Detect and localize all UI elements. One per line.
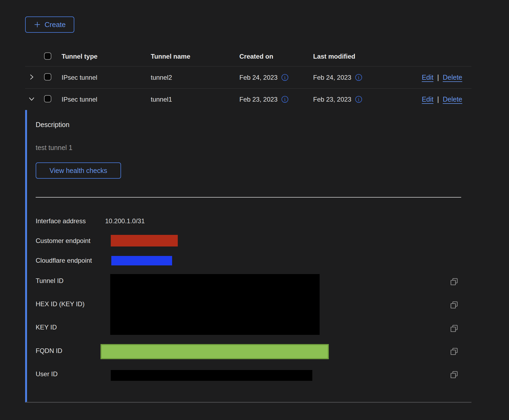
fqdn-id-redaction (101, 344, 329, 359)
header-last-modified: Last modified (313, 53, 416, 60)
tunnels-table: Tunnel type Tunnel name Created on Last … (25, 47, 471, 403)
panel-bottom-divider (26, 402, 471, 403)
last-modified-cell: Feb 23, 2023 (313, 96, 351, 103)
svg-text:i: i (284, 97, 286, 102)
info-icon[interactable]: i (281, 74, 289, 81)
row-checkbox[interactable] (44, 95, 51, 102)
svg-text:i: i (358, 75, 360, 80)
select-all-checkbox[interactable] (44, 52, 51, 60)
action-separator: | (437, 95, 439, 103)
fqdn-id-label: FQDN ID (36, 347, 62, 355)
tunnel-type-cell: IPsec tunnel (62, 74, 151, 81)
edit-link[interactable]: Edit (422, 74, 433, 81)
copy-hex-id-icon[interactable] (450, 301, 458, 309)
key-id-label: KEY ID (36, 324, 57, 331)
copy-fqdn-id-icon[interactable] (450, 347, 458, 355)
tunnel-details-panel: Description test tunnel 1 View health ch… (25, 110, 471, 403)
customer-endpoint-redaction (111, 235, 178, 246)
table-row: IPsec tunnel tunnel2 Feb 24, 2023 i Feb … (25, 66, 471, 89)
header-created-on: Created on (239, 53, 313, 60)
copy-tunnel-id-icon[interactable] (450, 278, 458, 286)
info-icon[interactable]: i (355, 96, 362, 103)
svg-text:i: i (358, 97, 360, 102)
create-button-label: Create (45, 21, 66, 29)
user-id-redaction (111, 370, 312, 381)
info-icon[interactable]: i (281, 96, 289, 103)
tunnel-name-cell: tunnel1 (151, 96, 239, 103)
customer-endpoint-label: Customer endpoint (36, 237, 91, 245)
ids-redaction (110, 274, 320, 335)
expanded-row-accent-bar (25, 110, 27, 402)
section-divider (36, 197, 461, 198)
action-separator: | (437, 74, 439, 81)
tunnels-page: Create Tunnel type Tunnel name Created o… (25, 0, 471, 403)
create-button[interactable]: Create (25, 16, 74, 33)
user-id-label: User ID (36, 370, 58, 378)
description-label: Description (36, 121, 69, 129)
edit-link[interactable]: Edit (422, 95, 433, 103)
hex-id-label: HEX ID (KEY ID) (36, 300, 85, 308)
delete-link[interactable]: Delete (443, 95, 462, 103)
tunnel-type-cell: IPsec tunnel (62, 96, 151, 103)
copy-key-id-icon[interactable] (450, 324, 458, 332)
tunnel-id-label: Tunnel ID (36, 277, 63, 285)
table-header-row: Tunnel type Tunnel name Created on Last … (25, 47, 471, 66)
table-row: IPsec tunnel tunnel1 Feb 23, 2023 i Feb … (25, 89, 471, 110)
interface-address-value: 10.200.1.0/31 (105, 217, 145, 225)
cloudflare-endpoint-redaction (111, 256, 172, 265)
header-tunnel-type: Tunnel type (62, 53, 151, 60)
description-value: test tunnel 1 (36, 144, 72, 152)
tunnel-name-cell: tunnel2 (151, 74, 239, 81)
header-tunnel-name: Tunnel name (151, 53, 239, 60)
last-modified-cell: Feb 24, 2023 (313, 74, 351, 81)
delete-link[interactable]: Delete (443, 74, 462, 81)
info-icon[interactable]: i (355, 74, 362, 81)
created-on-cell: Feb 23, 2023 (239, 96, 277, 103)
created-on-cell: Feb 24, 2023 (239, 74, 277, 81)
plus-icon (34, 21, 41, 28)
copy-user-id-icon[interactable] (450, 371, 458, 379)
cloudflare-endpoint-label: Cloudflare endpoint (36, 257, 92, 264)
view-health-checks-button[interactable]: View health checks (36, 162, 121, 179)
collapse-chevron-down-icon[interactable] (28, 95, 35, 103)
svg-text:i: i (284, 75, 286, 80)
expand-chevron-right-icon[interactable] (28, 73, 35, 81)
row-checkbox[interactable] (44, 73, 51, 81)
interface-address-label: Interface address (36, 217, 86, 225)
